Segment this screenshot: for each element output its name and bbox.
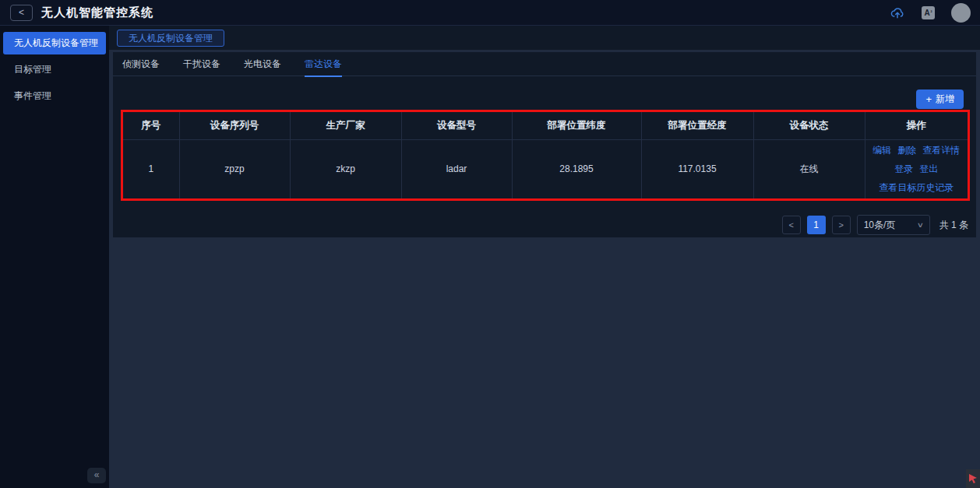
main-area: 无人机反制设备管理 侦测设备 干扰设备 光电设备 雷达设备 + 新增: [109, 26, 980, 488]
col-longitude: 部署位置经度: [641, 112, 753, 139]
delete-link[interactable]: 删除: [897, 145, 916, 156]
tab-jamming-device[interactable]: 干扰设备: [183, 52, 220, 76]
add-button[interactable]: + 新增: [916, 90, 964, 109]
page-size-select[interactable]: 10条/页 ∨: [857, 215, 930, 235]
cell-manufacturer: zkzp: [290, 139, 401, 198]
col-latitude: 部署位置纬度: [512, 112, 641, 139]
topbar-actions: A²: [890, 3, 980, 23]
chevron-down-icon: ∨: [917, 221, 924, 229]
sidebar-item-event-mgmt[interactable]: 事件管理: [3, 85, 106, 107]
red-cursor-icon: [968, 473, 978, 484]
plus-icon: +: [925, 94, 932, 104]
view-detail-link[interactable]: 查看详情: [922, 145, 960, 156]
cell-longitude: 117.0135: [641, 139, 753, 198]
col-index: 序号: [123, 112, 179, 139]
back-button[interactable]: <: [10, 5, 33, 21]
cell-index: 1: [123, 139, 179, 198]
sidebar: 无人机反制设备管理 目标管理 事件管理 «: [0, 26, 109, 488]
table-header-row: 序号 设备序列号 生产厂家 设备型号 部署位置纬度 部署位置经度 设备状态 操作: [123, 112, 968, 139]
tab-counter-device-mgmt[interactable]: 无人机反制设备管理: [117, 30, 224, 47]
cell-serial: zpzp: [179, 139, 290, 198]
cursor-marker: [966, 469, 980, 488]
page-size-value: 10条/页: [864, 219, 896, 232]
logout-link[interactable]: 登出: [919, 163, 938, 174]
tab-radar-device[interactable]: 雷达设备: [305, 52, 342, 76]
device-type-tabs: 侦测设备 干扰设备 光电设备 雷达设备: [113, 52, 976, 76]
top-bar: < 无人机智能管控系统 A²: [0, 0, 980, 26]
login-link[interactable]: 登录: [894, 163, 913, 174]
language-icon[interactable]: A²: [922, 6, 935, 19]
avatar[interactable]: [951, 3, 971, 23]
add-button-label: 新增: [936, 93, 954, 106]
col-serial: 设备序列号: [179, 112, 290, 139]
col-status: 设备状态: [753, 112, 865, 139]
open-tabs-strip: 无人机反制设备管理: [109, 26, 980, 50]
next-page-button[interactable]: >: [832, 216, 851, 234]
col-manufacturer: 生产厂家: [290, 112, 401, 139]
content-card: 侦测设备 干扰设备 光电设备 雷达设备 + 新增 序号: [113, 52, 976, 237]
cell-actions: 编辑删除查看详情 登录登出 查看目标历史记录: [865, 139, 968, 198]
sidebar-collapse-button[interactable]: «: [87, 468, 106, 483]
cell-latitude: 28.1895: [512, 139, 641, 198]
edit-link[interactable]: 编辑: [872, 145, 891, 156]
col-model: 设备型号: [401, 112, 512, 139]
sidebar-item-counter-device-mgmt[interactable]: 无人机反制设备管理: [3, 32, 106, 54]
total-count-label: 共 1 条: [939, 219, 968, 232]
cell-status: 在线: [753, 139, 865, 198]
prev-page-button[interactable]: <: [782, 216, 801, 234]
page-number-1[interactable]: 1: [807, 216, 826, 234]
page-title: 无人机智能管控系统: [41, 5, 153, 20]
tab-detection-device[interactable]: 侦测设备: [122, 52, 160, 76]
col-actions: 操作: [865, 112, 968, 139]
device-table: 序号 设备序列号 生产厂家 设备型号 部署位置纬度 部署位置经度 设备状态 操作: [123, 112, 968, 198]
pagination: < 1 > 10条/页 ∨ 共 1 条: [782, 215, 968, 235]
sidebar-item-target-mgmt[interactable]: 目标管理: [3, 58, 106, 81]
table-annotation-box: 序号 设备序列号 生产厂家 设备型号 部署位置纬度 部署位置经度 设备状态 操作: [121, 110, 970, 201]
tab-optoelectronic-device[interactable]: 光电设备: [244, 52, 281, 76]
cloud-upload-icon[interactable]: [890, 5, 905, 20]
sidebar-menu: 无人机反制设备管理 目标管理 事件管理: [0, 26, 109, 107]
table-row: 1 zpzp zkzp ladar 28.1895 117.0135 在线 编辑…: [123, 139, 968, 198]
cell-model: ladar: [401, 139, 512, 198]
app-window: < 无人机智能管控系统 A² 无人机反制设备管理 目标管理 事件管理 « 无人机…: [0, 0, 980, 488]
view-target-history-link[interactable]: 查看目标历史记录: [879, 182, 954, 193]
